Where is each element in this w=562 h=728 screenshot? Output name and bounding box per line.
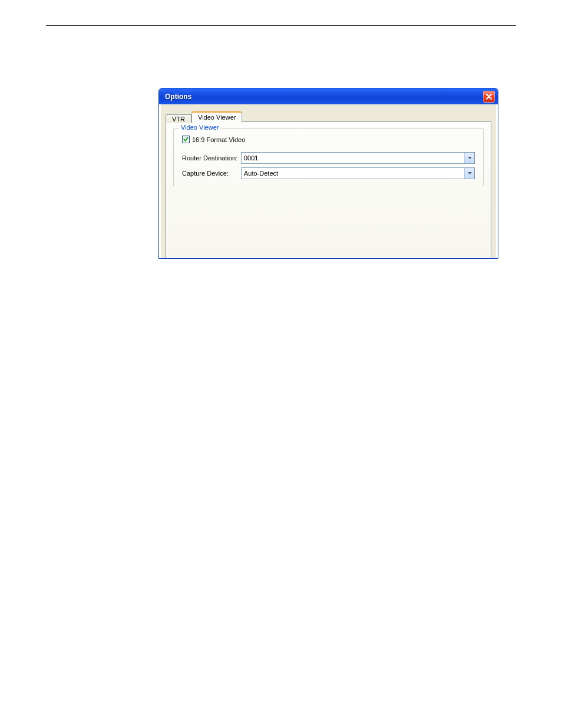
checkbox-row: 16:9 Format Video (182, 136, 475, 143)
router-destination-label: Router Destination: (182, 154, 241, 162)
groupbox-legend: Video Viewer (178, 124, 221, 131)
client-area: VTR Video Viewer Video Viewer 16:9 Forma… (161, 104, 496, 258)
options-dialog: Options VTR Video Viewer Video Viewer (158, 88, 498, 259)
dialog-title: Options (165, 93, 191, 101)
capture-device-row: Capture Device: Auto-Detect (182, 167, 475, 179)
capture-device-label: Capture Device: (182, 170, 241, 177)
router-destination-combo[interactable]: 0001 (241, 152, 475, 164)
page-header-rule (46, 25, 516, 26)
groupbox-video-viewer: Video Viewer 16:9 Format Video Router De… (173, 128, 484, 187)
format-169-checkbox[interactable] (182, 136, 190, 143)
tab-video-viewer-label: Video Viewer (198, 114, 236, 121)
tab-vtr-label: VTR (172, 116, 185, 123)
checkmark-icon (183, 137, 189, 142)
capture-device-dropdown-button[interactable] (464, 168, 474, 179)
router-destination-row: Router Destination: 0001 (182, 152, 475, 164)
titlebar[interactable]: Options (159, 88, 498, 104)
tabstrip: VTR Video Viewer (166, 111, 242, 122)
chevron-down-icon (468, 157, 472, 159)
tab-vtr[interactable]: VTR (166, 114, 191, 123)
close-button[interactable] (483, 91, 495, 103)
tab-video-viewer[interactable]: Video Viewer (191, 112, 242, 123)
format-169-label: 16:9 Format Video (192, 136, 245, 143)
capture-device-combo[interactable]: Auto-Detect (241, 167, 475, 179)
router-destination-dropdown-button[interactable] (464, 153, 474, 163)
router-destination-value: 0001 (242, 154, 258, 162)
close-icon (486, 94, 492, 100)
chevron-down-icon (468, 172, 472, 174)
capture-device-value: Auto-Detect (242, 170, 278, 177)
tabpanel-video-viewer: Video Viewer 16:9 Format Video Router De… (166, 121, 491, 258)
